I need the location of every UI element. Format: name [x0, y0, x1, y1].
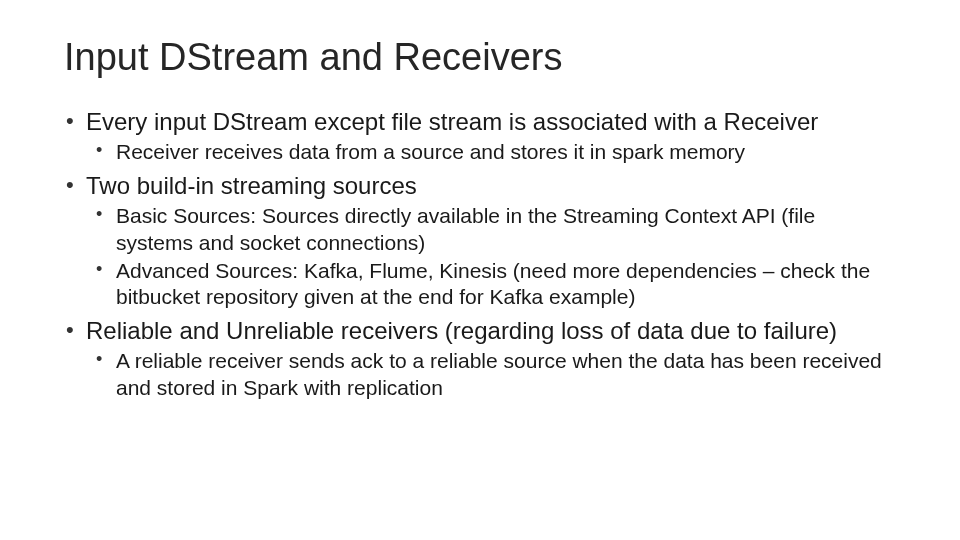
slide: Input DStream and Receivers Every input …: [0, 0, 960, 540]
sublist: Receiver receives data from a source and…: [64, 139, 896, 165]
bullet-level2: Basic Sources: Sources directly availabl…: [94, 203, 896, 256]
bullet-level2: Advanced Sources: Kafka, Flume, Kinesis …: [94, 258, 896, 311]
bullet-level2: A reliable receiver sends ack to a relia…: [94, 348, 896, 401]
sublist: A reliable receiver sends ack to a relia…: [64, 348, 896, 401]
bullet-list: Every input DStream except file stream i…: [64, 107, 896, 401]
bullet-level1: Two build-in streaming sources: [64, 171, 896, 201]
bullet-level1: Every input DStream except file stream i…: [64, 107, 896, 137]
bullet-level1: Reliable and Unreliable receivers (regar…: [64, 316, 896, 346]
bullet-level2: Receiver receives data from a source and…: [94, 139, 896, 165]
sublist: Basic Sources: Sources directly availabl…: [64, 203, 896, 310]
slide-title: Input DStream and Receivers: [64, 36, 896, 79]
